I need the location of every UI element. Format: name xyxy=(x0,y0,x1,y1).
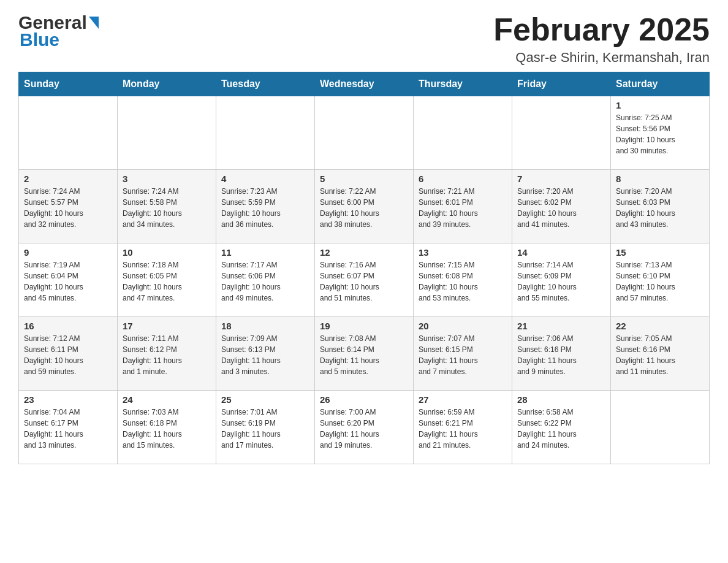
day-number: 18 xyxy=(221,321,309,331)
calendar-cell xyxy=(414,96,512,170)
day-number: 28 xyxy=(517,394,605,405)
calendar-week-row: 2Sunrise: 7:24 AM Sunset: 5:57 PM Daylig… xyxy=(19,170,710,243)
logo: General Blue xyxy=(18,12,99,50)
page-header: General Blue February 2025 Qasr-e Shirin… xyxy=(18,12,710,66)
calendar-day-header: Friday xyxy=(512,72,611,96)
day-info: Sunrise: 7:08 AM Sunset: 6:14 PM Dayligh… xyxy=(320,333,408,377)
calendar-cell: 16Sunrise: 7:12 AM Sunset: 6:11 PM Dayli… xyxy=(19,317,118,391)
calendar-cell: 17Sunrise: 7:11 AM Sunset: 6:12 PM Dayli… xyxy=(118,317,216,391)
calendar-week-row: 16Sunrise: 7:12 AM Sunset: 6:11 PM Dayli… xyxy=(19,317,710,391)
day-info: Sunrise: 7:18 AM Sunset: 6:05 PM Dayligh… xyxy=(123,259,211,304)
day-info: Sunrise: 7:20 AM Sunset: 6:02 PM Dayligh… xyxy=(517,186,605,230)
calendar-cell: 18Sunrise: 7:09 AM Sunset: 6:13 PM Dayli… xyxy=(216,317,315,391)
day-info: Sunrise: 7:25 AM Sunset: 5:56 PM Dayligh… xyxy=(616,112,704,156)
day-info: Sunrise: 7:23 AM Sunset: 5:59 PM Dayligh… xyxy=(221,186,309,230)
day-info: Sunrise: 7:04 AM Sunset: 6:17 PM Dayligh… xyxy=(24,407,112,451)
day-info: Sunrise: 7:17 AM Sunset: 6:06 PM Dayligh… xyxy=(221,259,309,304)
day-info: Sunrise: 7:13 AM Sunset: 6:10 PM Dayligh… xyxy=(616,259,704,304)
day-info: Sunrise: 7:00 AM Sunset: 6:20 PM Dayligh… xyxy=(320,407,408,451)
day-number: 4 xyxy=(221,174,309,184)
logo-blue-text: Blue xyxy=(18,29,99,50)
day-number: 14 xyxy=(517,247,605,258)
day-number: 25 xyxy=(221,394,309,405)
day-info: Sunrise: 7:16 AM Sunset: 6:07 PM Dayligh… xyxy=(320,259,408,304)
calendar-cell: 11Sunrise: 7:17 AM Sunset: 6:06 PM Dayli… xyxy=(216,243,315,317)
calendar-cell: 4Sunrise: 7:23 AM Sunset: 5:59 PM Daylig… xyxy=(216,170,315,243)
calendar-day-header: Thursday xyxy=(414,72,512,96)
calendar-cell: 8Sunrise: 7:20 AM Sunset: 6:03 PM Daylig… xyxy=(611,170,710,243)
calendar-header-row: SundayMondayTuesdayWednesdayThursdayFrid… xyxy=(19,72,710,96)
calendar-cell: 26Sunrise: 7:00 AM Sunset: 6:20 PM Dayli… xyxy=(315,391,414,464)
calendar-cell: 20Sunrise: 7:07 AM Sunset: 6:15 PM Dayli… xyxy=(414,317,512,391)
calendar-cell xyxy=(315,96,414,170)
calendar-week-row: 9Sunrise: 7:19 AM Sunset: 6:04 PM Daylig… xyxy=(19,243,710,317)
day-info: Sunrise: 7:11 AM Sunset: 6:12 PM Dayligh… xyxy=(123,333,211,377)
day-info: Sunrise: 6:59 AM Sunset: 6:21 PM Dayligh… xyxy=(419,407,507,451)
calendar-cell: 21Sunrise: 7:06 AM Sunset: 6:16 PM Dayli… xyxy=(512,317,611,391)
page-subtitle: Qasr-e Shirin, Kermanshah, Iran xyxy=(493,50,710,66)
day-number: 8 xyxy=(616,174,704,184)
calendar-cell xyxy=(216,96,315,170)
calendar-cell: 14Sunrise: 7:14 AM Sunset: 6:09 PM Dayli… xyxy=(512,243,611,317)
calendar-cell: 6Sunrise: 7:21 AM Sunset: 6:01 PM Daylig… xyxy=(414,170,512,243)
day-info: Sunrise: 6:58 AM Sunset: 6:22 PM Dayligh… xyxy=(517,407,605,451)
day-info: Sunrise: 7:22 AM Sunset: 6:00 PM Dayligh… xyxy=(320,186,408,230)
day-info: Sunrise: 7:24 AM Sunset: 5:57 PM Dayligh… xyxy=(24,186,112,230)
day-number: 5 xyxy=(320,174,408,184)
title-block: February 2025 Qasr-e Shirin, Kermanshah,… xyxy=(493,12,710,66)
calendar-cell: 15Sunrise: 7:13 AM Sunset: 6:10 PM Dayli… xyxy=(611,243,710,317)
day-info: Sunrise: 7:06 AM Sunset: 6:16 PM Dayligh… xyxy=(517,333,605,377)
day-number: 9 xyxy=(24,247,112,258)
day-number: 2 xyxy=(24,174,112,184)
day-number: 13 xyxy=(419,247,507,258)
day-number: 15 xyxy=(616,247,704,258)
day-number: 11 xyxy=(221,247,309,258)
day-number: 22 xyxy=(616,321,704,331)
calendar-cell: 13Sunrise: 7:15 AM Sunset: 6:08 PM Dayli… xyxy=(414,243,512,317)
calendar-cell: 1Sunrise: 7:25 AM Sunset: 5:56 PM Daylig… xyxy=(611,96,710,170)
day-info: Sunrise: 7:15 AM Sunset: 6:08 PM Dayligh… xyxy=(419,259,507,304)
calendar-cell: 7Sunrise: 7:20 AM Sunset: 6:02 PM Daylig… xyxy=(512,170,611,243)
day-number: 23 xyxy=(24,394,112,405)
day-number: 26 xyxy=(320,394,408,405)
day-number: 10 xyxy=(123,247,211,258)
calendar-cell: 3Sunrise: 7:24 AM Sunset: 5:58 PM Daylig… xyxy=(118,170,216,243)
calendar-table: SundayMondayTuesdayWednesdayThursdayFrid… xyxy=(18,72,710,464)
page-title: February 2025 xyxy=(493,12,710,47)
day-number: 3 xyxy=(123,174,211,184)
day-info: Sunrise: 7:20 AM Sunset: 6:03 PM Dayligh… xyxy=(616,186,704,230)
calendar-cell xyxy=(118,96,216,170)
calendar-cell: 2Sunrise: 7:24 AM Sunset: 5:57 PM Daylig… xyxy=(19,170,118,243)
day-info: Sunrise: 7:03 AM Sunset: 6:18 PM Dayligh… xyxy=(123,407,211,451)
day-info: Sunrise: 7:19 AM Sunset: 6:04 PM Dayligh… xyxy=(24,259,112,304)
calendar-week-row: 23Sunrise: 7:04 AM Sunset: 6:17 PM Dayli… xyxy=(19,391,710,464)
calendar-cell: 22Sunrise: 7:05 AM Sunset: 6:16 PM Dayli… xyxy=(611,317,710,391)
calendar-cell xyxy=(19,96,118,170)
day-info: Sunrise: 7:07 AM Sunset: 6:15 PM Dayligh… xyxy=(419,333,507,377)
calendar-cell: 27Sunrise: 6:59 AM Sunset: 6:21 PM Dayli… xyxy=(414,391,512,464)
calendar-cell: 24Sunrise: 7:03 AM Sunset: 6:18 PM Dayli… xyxy=(118,391,216,464)
calendar-cell: 9Sunrise: 7:19 AM Sunset: 6:04 PM Daylig… xyxy=(19,243,118,317)
day-number: 19 xyxy=(320,321,408,331)
calendar-cell: 12Sunrise: 7:16 AM Sunset: 6:07 PM Dayli… xyxy=(315,243,414,317)
calendar-day-header: Sunday xyxy=(19,72,118,96)
day-info: Sunrise: 7:12 AM Sunset: 6:11 PM Dayligh… xyxy=(24,333,112,377)
day-number: 21 xyxy=(517,321,605,331)
calendar-cell: 23Sunrise: 7:04 AM Sunset: 6:17 PM Dayli… xyxy=(19,391,118,464)
day-info: Sunrise: 7:24 AM Sunset: 5:58 PM Dayligh… xyxy=(123,186,211,230)
logo-triangle-icon xyxy=(89,17,99,29)
calendar-cell xyxy=(611,391,710,464)
day-number: 17 xyxy=(123,321,211,331)
day-info: Sunrise: 7:05 AM Sunset: 6:16 PM Dayligh… xyxy=(616,333,704,377)
calendar-cell: 25Sunrise: 7:01 AM Sunset: 6:19 PM Dayli… xyxy=(216,391,315,464)
calendar-cell: 5Sunrise: 7:22 AM Sunset: 6:00 PM Daylig… xyxy=(315,170,414,243)
day-number: 1 xyxy=(616,100,704,110)
calendar-cell: 10Sunrise: 7:18 AM Sunset: 6:05 PM Dayli… xyxy=(118,243,216,317)
day-info: Sunrise: 7:21 AM Sunset: 6:01 PM Dayligh… xyxy=(419,186,507,230)
day-info: Sunrise: 7:09 AM Sunset: 6:13 PM Dayligh… xyxy=(221,333,309,377)
day-number: 27 xyxy=(419,394,507,405)
calendar-cell xyxy=(512,96,611,170)
day-number: 16 xyxy=(24,321,112,331)
day-number: 12 xyxy=(320,247,408,258)
day-number: 7 xyxy=(517,174,605,184)
